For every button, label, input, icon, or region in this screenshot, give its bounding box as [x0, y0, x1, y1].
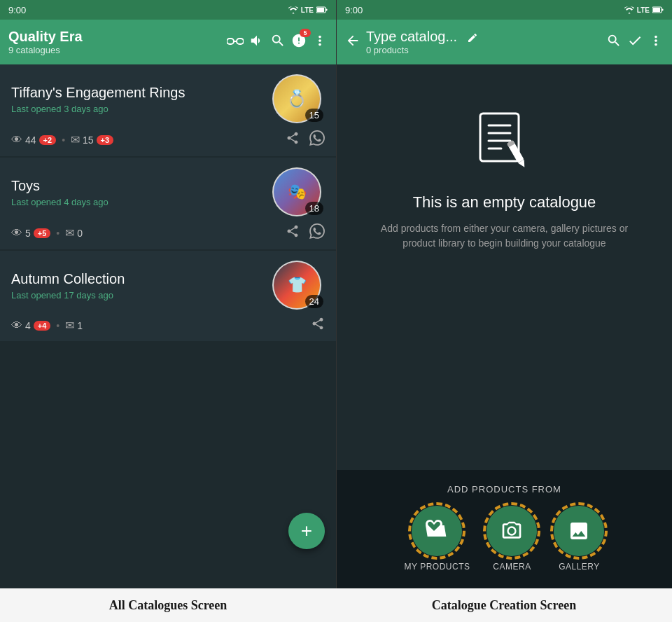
add-from-camera[interactable]: CAMERA [486, 506, 537, 572]
catalogue-thumbnail-autumn: 👕 24 [269, 261, 325, 310]
right-app-bar: Type catalog... 0 products [337, 20, 672, 64]
stat-dot-2: • [56, 228, 59, 239]
gallery-icon [568, 520, 590, 542]
notification-badge: 5 [300, 29, 311, 37]
megaphone-icon[interactable] [249, 33, 265, 52]
right-more-icon[interactable] [648, 33, 664, 52]
wifi-icon [288, 6, 298, 14]
add-products-buttons: MY PRODUCTS CAMERA [405, 506, 605, 572]
notification-icon[interactable]: 5 [291, 33, 307, 52]
empty-catalogue-icon [470, 106, 540, 177]
thumb-count-rings: 15 [305, 109, 323, 122]
thumb-count-autumn: 24 [305, 295, 323, 308]
whatsapp-icon-toys[interactable] [309, 223, 325, 242]
catalogue-thumbnail-rings: 💍 15 [269, 74, 325, 123]
catalogue-item-rings[interactable]: Tiffany's Engagement Rings Last opened 3… [0, 64, 336, 156]
app-title: Quality Era [8, 29, 221, 45]
catalogue-thumbnail-toys: 🎭 18 [269, 167, 325, 216]
right-app-title-text: Type catalog... [366, 29, 457, 44]
eye-icon: 👁 [11, 134, 22, 146]
catalogues-count: 9 catalogues [8, 45, 221, 55]
left-screen-label: All Catalogues Screen [0, 598, 336, 613]
my-products-icon [426, 520, 448, 542]
share-icon-toys[interactable] [286, 224, 300, 242]
more-icon[interactable] [312, 33, 328, 52]
add-products-label: ADD PRODUCTS FROM [447, 484, 561, 495]
svg-rect-4 [237, 39, 244, 44]
messages-value-autumn: 1 [77, 320, 83, 331]
left-status-time: 9:00 [8, 5, 26, 15]
stat-dot-1: • [62, 134, 65, 146]
messages-value-rings: 15 [83, 134, 94, 146]
thumb-count-toys: 18 [305, 202, 323, 215]
views-badge-toys: +5 [34, 228, 51, 238]
left-status-bar: 9:00 LTE [0, 0, 336, 20]
catalogue-info-autumn: Autumn Collection Last opened 17 days ag… [11, 270, 269, 300]
messages-value-toys: 0 [77, 228, 83, 239]
share-icon-autumn[interactable] [311, 317, 325, 334]
my-products-label: MY PRODUCTS [405, 562, 470, 572]
messages-group-rings: ✉ 15 +3 [71, 133, 113, 146]
catalogue-stats-toys: 👁 5 +5 • ✉ 0 [11, 219, 325, 242]
views-value-autumn: 4 [25, 320, 31, 331]
views-value-rings: 44 [25, 134, 36, 146]
right-battery-icon [652, 6, 664, 13]
catalogue-info-toys: Toys Last opened 4 days ago [11, 177, 269, 207]
view-icon[interactable] [227, 34, 244, 50]
my-products-circle [412, 506, 462, 556]
catalogue-item-autumn[interactable]: Autumn Collection Last opened 17 days ag… [0, 251, 336, 341]
back-arrow-icon[interactable] [345, 33, 360, 52]
svg-rect-8 [662, 9, 664, 11]
right-lte-icon: LTE [637, 6, 650, 14]
catalogue-item-toys[interactable]: Toys Last opened 4 days ago 🎭 18 👁 [0, 158, 336, 249]
gallery-label: GALLERY [559, 562, 600, 572]
search-icon[interactable] [270, 33, 286, 52]
battery-icon [316, 6, 328, 13]
catalogue-info-rings: Tiffany's Engagement Rings Last opened 3… [11, 84, 269, 114]
catalogue-name-autumn: Autumn Collection [11, 270, 269, 287]
right-check-icon[interactable] [627, 33, 643, 52]
views-badge-autumn: +4 [34, 321, 51, 331]
share-icon-rings[interactable] [286, 131, 300, 148]
views-group-autumn: 👁 4 +4 [11, 319, 50, 332]
right-products-count: 0 products [366, 45, 601, 55]
empty-title: This is an empty catalogue [413, 193, 596, 212]
left-app-bar: Quality Era 9 catalogues [0, 20, 336, 64]
right-status-time: 9:00 [345, 5, 363, 15]
views-group-toys: 👁 5 +5 [11, 227, 50, 240]
mail-icon-rings: ✉ [71, 133, 80, 146]
right-wifi-icon [624, 6, 634, 14]
mail-icon-toys: ✉ [65, 226, 74, 240]
stat-actions-rings [286, 130, 325, 149]
add-from-gallery[interactable]: GALLERY [554, 506, 604, 572]
messages-group-autumn: ✉ 1 [65, 319, 83, 332]
eye-icon-toys: 👁 [11, 227, 22, 240]
messages-group-toys: ✉ 0 [65, 226, 83, 240]
svg-rect-1 [317, 8, 324, 12]
whatsapp-icon-rings[interactable] [309, 130, 325, 149]
views-badge-rings: +2 [39, 135, 57, 145]
catalogue-stats-autumn: 👁 4 +4 • ✉ 1 [11, 312, 325, 334]
eye-icon-autumn: 👁 [11, 319, 22, 332]
catalogue-name-toys: Toys [11, 177, 269, 194]
catalogue-last-opened-rings: Last opened 3 days ago [11, 104, 269, 114]
bottom-labels: All Catalogues Screen Catalogue Creation… [0, 588, 672, 622]
right-search-icon[interactable] [606, 33, 622, 52]
stat-dot-3: • [56, 320, 59, 331]
empty-desc: Add products from either your camera, ga… [365, 221, 644, 251]
views-value-toys: 5 [25, 228, 31, 239]
right-app-bar-actions [606, 33, 664, 52]
camera-label: CAMERA [493, 562, 531, 572]
right-status-bar: 9:00 LTE [337, 0, 672, 20]
right-app-title: Type catalog... [366, 29, 601, 45]
views-group-rings: 👁 44 +2 [11, 134, 56, 146]
left-app-bar-actions: 5 [227, 33, 328, 52]
lte-icon: LTE [301, 6, 314, 14]
left-status-icons: LTE [288, 6, 328, 14]
add-from-my-products[interactable]: MY PRODUCTS [405, 506, 470, 572]
camera-circle [486, 506, 537, 556]
stat-actions-toys [286, 223, 325, 242]
left-app-bar-title: Quality Era 9 catalogues [8, 29, 221, 55]
fab-add-catalogue[interactable]: + [288, 513, 325, 549]
catalogue-name-rings: Tiffany's Engagement Rings [11, 84, 269, 101]
